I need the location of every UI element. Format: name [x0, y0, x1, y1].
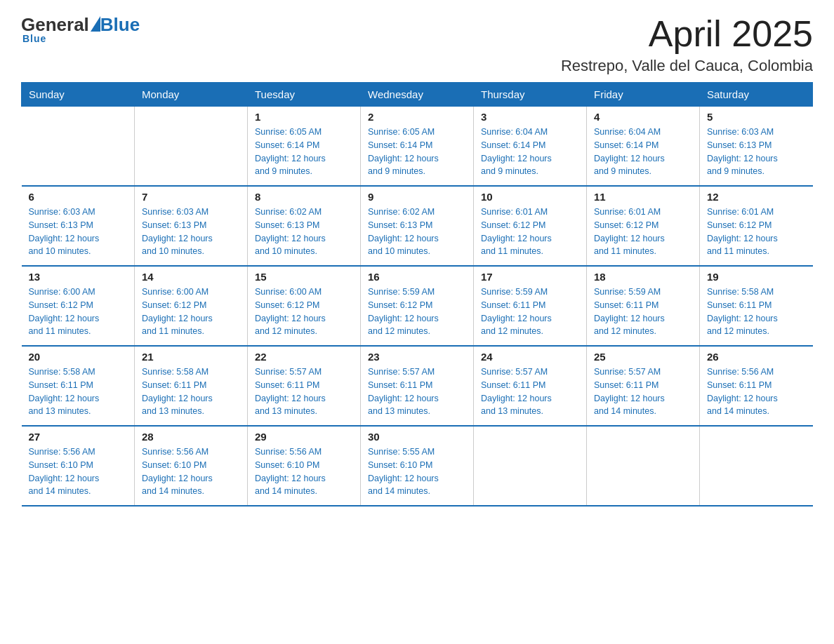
calendar-cell: 21Sunrise: 5:58 AM Sunset: 6:11 PM Dayli… [135, 346, 248, 426]
day-info: Sunrise: 5:59 AM Sunset: 6:11 PM Dayligh… [594, 286, 692, 338]
calendar-cell: 11Sunrise: 6:01 AM Sunset: 6:12 PM Dayli… [587, 186, 700, 266]
calendar-cell: 5Sunrise: 6:03 AM Sunset: 6:13 PM Daylig… [700, 107, 813, 187]
calendar-cell [135, 107, 248, 187]
calendar-week-row: 13Sunrise: 6:00 AM Sunset: 6:12 PM Dayli… [22, 266, 813, 346]
day-info: Sunrise: 6:03 AM Sunset: 6:13 PM Dayligh… [707, 126, 806, 178]
day-info: Sunrise: 5:57 AM Sunset: 6:11 PM Dayligh… [594, 365, 692, 418]
calendar-cell: 8Sunrise: 6:02 AM Sunset: 6:13 PM Daylig… [248, 186, 361, 266]
weekday-header-tuesday: Tuesday [248, 83, 361, 107]
weekday-header-row: SundayMondayTuesdayWednesdayThursdayFrid… [22, 83, 813, 107]
calendar-cell: 3Sunrise: 6:04 AM Sunset: 6:14 PM Daylig… [474, 107, 587, 187]
calendar-cell: 1Sunrise: 6:05 AM Sunset: 6:14 PM Daylig… [248, 107, 361, 187]
calendar-cell: 18Sunrise: 5:59 AM Sunset: 6:11 PM Dayli… [587, 266, 700, 346]
day-number: 12 [707, 191, 806, 203]
calendar-cell: 19Sunrise: 5:58 AM Sunset: 6:11 PM Dayli… [700, 266, 813, 346]
logo-underline: Blue [22, 33, 46, 44]
day-number: 25 [594, 351, 692, 363]
day-info: Sunrise: 5:58 AM Sunset: 6:11 PM Dayligh… [142, 365, 240, 418]
day-number: 14 [142, 271, 240, 283]
day-info: Sunrise: 6:01 AM Sunset: 6:12 PM Dayligh… [707, 206, 806, 258]
day-number: 10 [481, 191, 579, 203]
day-number: 11 [594, 191, 692, 203]
day-info: Sunrise: 6:05 AM Sunset: 6:14 PM Dayligh… [255, 126, 353, 178]
calendar-cell: 6Sunrise: 6:03 AM Sunset: 6:13 PM Daylig… [22, 186, 135, 266]
day-number: 1 [255, 111, 353, 123]
day-number: 29 [255, 431, 353, 443]
day-number: 2 [368, 111, 466, 123]
calendar-cell: 9Sunrise: 6:02 AM Sunset: 6:13 PM Daylig… [361, 186, 474, 266]
calendar-cell: 17Sunrise: 5:59 AM Sunset: 6:11 PM Dayli… [474, 266, 587, 346]
day-number: 4 [594, 111, 692, 123]
day-info: Sunrise: 6:05 AM Sunset: 6:14 PM Dayligh… [368, 126, 466, 178]
calendar-cell: 24Sunrise: 5:57 AM Sunset: 6:11 PM Dayli… [474, 346, 587, 426]
calendar-week-row: 1Sunrise: 6:05 AM Sunset: 6:14 PM Daylig… [22, 107, 813, 187]
day-info: Sunrise: 6:02 AM Sunset: 6:13 PM Dayligh… [368, 206, 466, 258]
day-number: 8 [255, 191, 353, 203]
day-info: Sunrise: 5:58 AM Sunset: 6:11 PM Dayligh… [707, 286, 806, 338]
calendar-week-row: 20Sunrise: 5:58 AM Sunset: 6:11 PM Dayli… [22, 346, 813, 426]
day-number: 18 [594, 271, 692, 283]
calendar-cell [587, 426, 700, 506]
day-number: 20 [29, 351, 128, 363]
calendar-cell: 28Sunrise: 5:56 AM Sunset: 6:10 PM Dayli… [135, 426, 248, 506]
calendar-cell: 2Sunrise: 6:05 AM Sunset: 6:14 PM Daylig… [361, 107, 474, 187]
day-info: Sunrise: 5:59 AM Sunset: 6:12 PM Dayligh… [368, 286, 466, 338]
calendar-cell: 13Sunrise: 6:00 AM Sunset: 6:12 PM Dayli… [22, 266, 135, 346]
subtitle: Restrepo, Valle del Cauca, Colombia [561, 57, 813, 75]
day-number: 23 [368, 351, 466, 363]
weekday-header-wednesday: Wednesday [361, 83, 474, 107]
day-number: 15 [255, 271, 353, 283]
day-info: Sunrise: 6:01 AM Sunset: 6:12 PM Dayligh… [481, 206, 579, 258]
day-info: Sunrise: 6:00 AM Sunset: 6:12 PM Dayligh… [255, 286, 353, 338]
calendar-cell: 15Sunrise: 6:00 AM Sunset: 6:12 PM Dayli… [248, 266, 361, 346]
main-title: April 2025 [561, 14, 813, 54]
logo: General Blue Blue [21, 14, 140, 44]
day-info: Sunrise: 5:56 AM Sunset: 6:10 PM Dayligh… [29, 445, 128, 498]
day-info: Sunrise: 6:04 AM Sunset: 6:14 PM Dayligh… [594, 126, 692, 178]
day-info: Sunrise: 5:57 AM Sunset: 6:11 PM Dayligh… [255, 365, 353, 418]
day-number: 24 [481, 351, 579, 363]
day-number: 17 [481, 271, 579, 283]
day-info: Sunrise: 5:58 AM Sunset: 6:11 PM Dayligh… [29, 365, 128, 418]
calendar-week-row: 6Sunrise: 6:03 AM Sunset: 6:13 PM Daylig… [22, 186, 813, 266]
day-info: Sunrise: 6:04 AM Sunset: 6:14 PM Dayligh… [481, 126, 579, 178]
day-number: 7 [142, 191, 240, 203]
day-info: Sunrise: 5:55 AM Sunset: 6:10 PM Dayligh… [368, 445, 466, 498]
calendar-cell: 23Sunrise: 5:57 AM Sunset: 6:11 PM Dayli… [361, 346, 474, 426]
day-number: 30 [368, 431, 466, 443]
page-header: General Blue Blue April 2025 Restrepo, V… [21, 14, 813, 75]
calendar-table: SundayMondayTuesdayWednesdayThursdayFrid… [21, 82, 813, 507]
calendar-cell: 26Sunrise: 5:56 AM Sunset: 6:11 PM Dayli… [700, 346, 813, 426]
calendar-cell: 29Sunrise: 5:56 AM Sunset: 6:10 PM Dayli… [248, 426, 361, 506]
logo-blue-text: Blue [100, 14, 140, 36]
weekday-header-thursday: Thursday [474, 83, 587, 107]
day-info: Sunrise: 5:59 AM Sunset: 6:11 PM Dayligh… [481, 286, 579, 338]
calendar-cell: 12Sunrise: 6:01 AM Sunset: 6:12 PM Dayli… [700, 186, 813, 266]
day-number: 27 [29, 431, 128, 443]
day-info: Sunrise: 6:03 AM Sunset: 6:13 PM Dayligh… [142, 206, 240, 258]
calendar-cell: 25Sunrise: 5:57 AM Sunset: 6:11 PM Dayli… [587, 346, 700, 426]
day-number: 16 [368, 271, 466, 283]
day-number: 21 [142, 351, 240, 363]
calendar-cell: 7Sunrise: 6:03 AM Sunset: 6:13 PM Daylig… [135, 186, 248, 266]
day-info: Sunrise: 5:57 AM Sunset: 6:11 PM Dayligh… [368, 365, 466, 418]
calendar-cell: 4Sunrise: 6:04 AM Sunset: 6:14 PM Daylig… [587, 107, 700, 187]
calendar-cell [474, 426, 587, 506]
weekday-header-friday: Friday [587, 83, 700, 107]
calendar-cell [22, 107, 135, 187]
day-number: 9 [368, 191, 466, 203]
calendar-cell: 20Sunrise: 5:58 AM Sunset: 6:11 PM Dayli… [22, 346, 135, 426]
day-info: Sunrise: 5:56 AM Sunset: 6:11 PM Dayligh… [707, 365, 806, 418]
day-info: Sunrise: 6:01 AM Sunset: 6:12 PM Dayligh… [594, 206, 692, 258]
day-number: 5 [707, 111, 806, 123]
calendar-cell: 22Sunrise: 5:57 AM Sunset: 6:11 PM Dayli… [248, 346, 361, 426]
day-number: 13 [29, 271, 128, 283]
day-number: 3 [481, 111, 579, 123]
day-number: 6 [29, 191, 128, 203]
day-number: 26 [707, 351, 806, 363]
day-info: Sunrise: 5:56 AM Sunset: 6:10 PM Dayligh… [255, 445, 353, 498]
weekday-header-monday: Monday [135, 83, 248, 107]
calendar-cell [700, 426, 813, 506]
calendar-cell: 10Sunrise: 6:01 AM Sunset: 6:12 PM Dayli… [474, 186, 587, 266]
calendar-cell: 30Sunrise: 5:55 AM Sunset: 6:10 PM Dayli… [361, 426, 474, 506]
